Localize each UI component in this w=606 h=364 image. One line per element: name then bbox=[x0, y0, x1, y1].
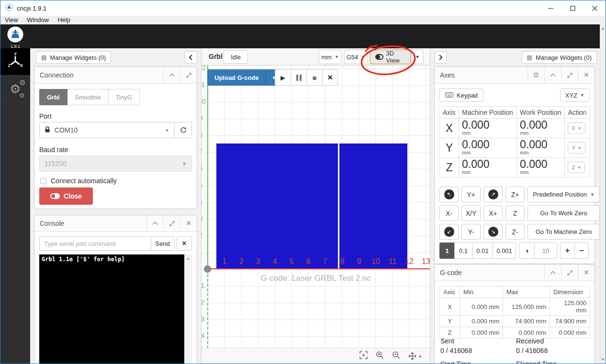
pan-icon bbox=[408, 352, 416, 360]
title-bar: cncjs 1.9.1 bbox=[0, 0, 606, 16]
step-0p01-button[interactable]: 0.01 bbox=[472, 243, 493, 259]
jog-xy-up-right-button[interactable]: ↗ bbox=[483, 187, 503, 202]
page-scrollbar[interactable]: ▲ ▼ bbox=[600, 24, 606, 364]
gcode-visualizer[interactable]: 1 2 3 4 5 6 7 8 9 10 11 12 13 12 11 10 9… bbox=[202, 66, 430, 349]
close-gcode-button[interactable]: × bbox=[322, 69, 338, 86]
gear-icon[interactable]: ⚙ bbox=[527, 67, 544, 83]
jog-xy-down-left-button[interactable]: ↙ bbox=[439, 224, 459, 240]
step-increase-button[interactable]: + bbox=[560, 243, 574, 259]
close-connection-button[interactable]: Close bbox=[39, 188, 93, 205]
gcode-title: G-code bbox=[435, 269, 462, 276]
stop-button[interactable]: ■ bbox=[306, 69, 322, 86]
maximize-button[interactable] bbox=[561, 0, 584, 16]
y-axis-label: 5 bbox=[202, 181, 202, 189]
menu-help[interactable]: Help bbox=[53, 16, 75, 24]
go-to-machine-zero-button[interactable]: Go To Machine Zero bbox=[527, 224, 600, 240]
serial-command-input[interactable] bbox=[39, 236, 151, 251]
axis-action-dropdown-x[interactable]: X▼ bbox=[568, 122, 585, 134]
refresh-ports-button[interactable] bbox=[175, 122, 192, 138]
predefined-position-dropdown[interactable]: Predefined Position▼ bbox=[527, 187, 600, 202]
scroll-down-icon[interactable]: ▼ bbox=[600, 357, 606, 362]
jog-y-minus-button[interactable]: Y- bbox=[461, 224, 481, 240]
x-axis-label: 1 bbox=[219, 257, 230, 266]
zero-xy-button[interactable]: X/Y bbox=[461, 205, 481, 221]
manage-widgets-button-right[interactable]: ▤ Manage Widgets (0) bbox=[522, 51, 597, 64]
machine-state-button[interactable]: Idle bbox=[224, 50, 248, 64]
custom-step-value[interactable]: 10 bbox=[534, 243, 557, 259]
step-0p001-button[interactable]: 0.001 bbox=[493, 243, 516, 259]
manage-widgets-button-left[interactable]: ▤ Manage Widgets (0) bbox=[36, 51, 111, 64]
clear-console-button[interactable]: × bbox=[177, 236, 192, 251]
upload-gcode-group: Upload G-code ▼ bbox=[207, 69, 282, 86]
jog-xy-down-right-button[interactable]: ↘ bbox=[483, 224, 503, 240]
close-window-button[interactable] bbox=[584, 0, 606, 16]
axis-row-x: X 0.000mm 0.000mm X▼ bbox=[440, 119, 590, 138]
step-0p1-button[interactable]: 0.1 bbox=[454, 243, 472, 259]
right-widget-panel: ▤ Manage Widgets (0) Axes ⚙ × Keypad XYZ bbox=[430, 48, 601, 364]
fullscreen-widget-icon[interactable] bbox=[180, 67, 197, 83]
collapse-widget-icon[interactable] bbox=[544, 67, 561, 83]
fullscreen-widget-icon[interactable] bbox=[561, 265, 578, 281]
pause-button[interactable] bbox=[291, 69, 306, 86]
tab-tinyg[interactable]: TinyG bbox=[109, 89, 140, 105]
connect-automatically-checkbox[interactable] bbox=[40, 178, 46, 184]
zero-z-button[interactable]: Z bbox=[505, 205, 525, 221]
units-dropdown[interactable]: mm▼ bbox=[319, 50, 341, 64]
jog-y-plus-button[interactable]: Y+ bbox=[461, 187, 481, 202]
step-1-button[interactable]: 1 bbox=[439, 243, 454, 259]
expand-right-panel-button[interactable] bbox=[434, 51, 447, 64]
go-to-work-zero-button[interactable]: Go To Work Zero bbox=[527, 205, 600, 221]
axis-action-dropdown-z[interactable]: Z▼ bbox=[568, 162, 585, 173]
scroll-up-icon[interactable]: ▲ bbox=[600, 26, 606, 31]
zoom-in-icon[interactable] bbox=[376, 351, 384, 361]
send-command-button[interactable]: Send bbox=[151, 236, 174, 251]
view-options-dropdown[interactable]: ▼ bbox=[411, 50, 424, 64]
wcs-dropdown[interactable]: G54▼ bbox=[344, 50, 368, 64]
jog-x-plus-button[interactable]: X+ bbox=[483, 205, 503, 221]
x-axis-line bbox=[208, 268, 430, 269]
tab-grbl[interactable]: Grbl bbox=[39, 89, 67, 105]
play-button[interactable]: ▶ bbox=[275, 69, 291, 86]
collapse-widget-icon[interactable] bbox=[544, 265, 561, 281]
jog-z-minus-button[interactable]: Z- bbox=[505, 224, 525, 240]
keypad-button[interactable]: Keypad bbox=[439, 88, 483, 102]
port-select[interactable]: COM10 ▼ bbox=[39, 122, 175, 138]
tab-smoothie[interactable]: Smoothie bbox=[67, 89, 109, 105]
xyz-axes-icon: YZX bbox=[7, 52, 24, 71]
remove-widget-icon[interactable]: × bbox=[578, 265, 595, 281]
fullscreen-widget-icon[interactable] bbox=[561, 67, 578, 83]
menu-window[interactable]: Window bbox=[22, 16, 53, 24]
sidebar-item-axes[interactable]: YZX bbox=[0, 48, 30, 76]
port-label: Port bbox=[39, 112, 52, 120]
upload-gcode-button[interactable]: Upload G-code bbox=[207, 69, 266, 86]
remove-widget-icon[interactable]: × bbox=[180, 215, 197, 232]
3d-view-toggle-button[interactable]: 3D View bbox=[370, 50, 411, 64]
y-axis-label: 10 bbox=[202, 97, 206, 105]
remove-widget-icon[interactable]: × bbox=[578, 67, 595, 83]
fullscreen-widget-icon[interactable] bbox=[163, 215, 180, 232]
jog-xy-up-left-button[interactable]: ↖ bbox=[439, 187, 459, 202]
collapse-left-panel-button[interactable] bbox=[185, 51, 197, 64]
caret-down-icon: ▼ bbox=[578, 146, 582, 150]
axis-action-dropdown-y[interactable]: Y▼ bbox=[568, 142, 585, 154]
sidebar-item-settings[interactable]: ⚙⚙⚙ bbox=[0, 76, 30, 103]
axis-select-dropdown[interactable]: XYZ ▼ bbox=[560, 88, 590, 102]
step-toggle-button[interactable]: ◑ bbox=[519, 243, 534, 259]
cncjs-logo: 1.9.1 bbox=[6, 26, 24, 49]
zoom-out-icon[interactable] bbox=[392, 351, 400, 361]
collapse-widget-icon[interactable] bbox=[146, 215, 163, 232]
console-scrollbar[interactable]: ▲ bbox=[184, 254, 192, 364]
minimize-button[interactable] bbox=[539, 0, 561, 16]
app-icon bbox=[5, 3, 13, 13]
pan-mode-dropdown[interactable]: ▲ bbox=[408, 352, 422, 360]
collapse-widget-icon[interactable] bbox=[163, 67, 180, 83]
step-decrease-button[interactable]: − bbox=[574, 243, 589, 259]
jog-x-minus-button[interactable]: X- bbox=[439, 205, 459, 221]
y-axis-label: 4 bbox=[202, 198, 202, 206]
y-axis-label: 11 bbox=[202, 80, 205, 88]
jog-z-plus-button[interactable]: Z+ bbox=[505, 187, 525, 202]
menu-view[interactable]: View bbox=[0, 16, 22, 24]
fit-view-icon[interactable] bbox=[359, 351, 368, 361]
y-axis-label: 12 bbox=[202, 66, 206, 72]
x-axis-label: 3 bbox=[253, 257, 263, 266]
